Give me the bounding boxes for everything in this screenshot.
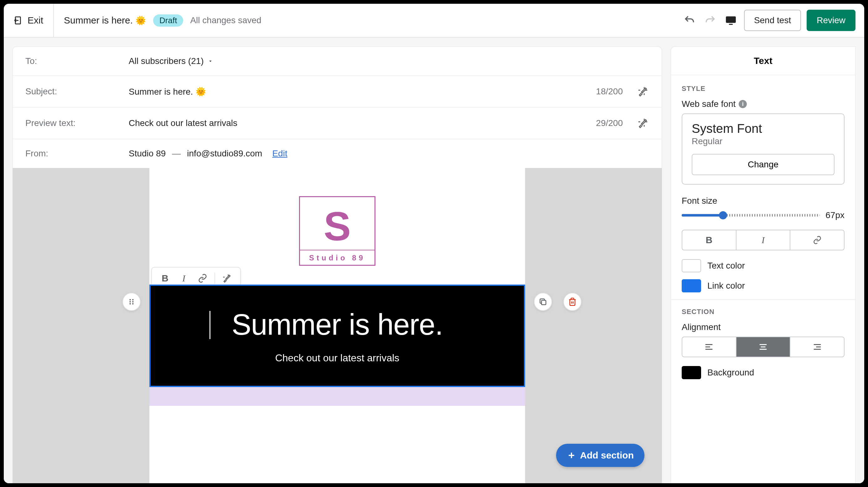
topbar: Exit Summer is here. 🌞 Draft All changes… xyxy=(4,4,864,38)
align-right-button[interactable] xyxy=(790,337,844,356)
subject-ai-button[interactable] xyxy=(637,85,649,98)
undo-button[interactable] xyxy=(682,13,697,28)
link-color-label: Link color xyxy=(707,281,745,291)
svg-point-6 xyxy=(132,301,133,303)
review-button[interactable]: Review xyxy=(807,10,856,31)
desktop-preview-button[interactable] xyxy=(723,13,738,28)
font-name: System Font xyxy=(692,122,835,136)
from-value: Studio 89 — info@studio89.com Edit xyxy=(129,148,649,159)
subject-char-count: 18/200 xyxy=(596,86,623,96)
svg-rect-9 xyxy=(541,300,546,305)
text-color-label: Text color xyxy=(707,261,745,271)
delete-button[interactable] xyxy=(563,293,582,311)
font-picker: System Font Regular Change xyxy=(682,113,844,184)
link-color-swatch[interactable] xyxy=(682,279,701,292)
bold-toggle[interactable]: B xyxy=(682,230,736,250)
add-section-button[interactable]: Add section xyxy=(556,444,644,467)
next-section-placeholder[interactable] xyxy=(149,387,525,406)
ai-magic-button[interactable] xyxy=(218,271,236,286)
send-test-button[interactable]: Send test xyxy=(744,10,801,31)
section-section-label: SECTION xyxy=(682,308,844,316)
hero-text-section[interactable]: Summer is here. Check out our latest arr… xyxy=(149,285,525,387)
drag-handle[interactable] xyxy=(122,293,141,311)
preview-ai-button[interactable] xyxy=(637,117,649,130)
svg-point-4 xyxy=(132,299,133,300)
text-style-segment: B I xyxy=(682,230,844,250)
to-label: To: xyxy=(25,56,122,66)
to-value[interactable]: All subscribers (21) xyxy=(129,56,649,66)
from-label: From: xyxy=(25,148,122,159)
text-cursor xyxy=(210,311,210,339)
link-button[interactable] xyxy=(194,271,211,286)
background-label: Background xyxy=(707,368,754,378)
fontsize-label: Font size xyxy=(682,196,844,206)
italic-button[interactable]: I xyxy=(175,271,193,286)
sidebar-title: Text xyxy=(671,47,855,75)
plus-icon xyxy=(567,451,576,460)
websafe-font-label: Web safe font i xyxy=(682,99,844,109)
subject-value[interactable]: Summer is here. 🌞 xyxy=(129,86,590,97)
style-section-label: STYLE xyxy=(682,85,844,93)
align-center-button[interactable] xyxy=(736,337,790,356)
preview-char-count: 29/200 xyxy=(596,118,623,128)
alignment-segment xyxy=(682,337,844,357)
email-canvas: S Studio 89 B I xyxy=(12,168,662,483)
doc-title: Summer is here. 🌞 xyxy=(64,15,146,26)
subject-label: Subject: xyxy=(25,86,122,96)
app-frame: Exit Summer is here. 🌞 Draft All changes… xyxy=(4,4,864,483)
preview-value[interactable]: Check out our latest arrivals xyxy=(129,118,590,128)
email-meta-card: To: All subscribers (21) Subject: Summer… xyxy=(12,47,662,168)
status-badge: Draft xyxy=(153,15,183,27)
exit-label: Exit xyxy=(28,15,43,26)
exit-icon xyxy=(14,16,23,25)
info-icon[interactable]: i xyxy=(739,100,747,108)
edit-from-link[interactable]: Edit xyxy=(272,148,287,159)
inspector-sidebar: Text STYLE Web safe font i System Font R… xyxy=(671,47,856,483)
svg-point-3 xyxy=(130,299,131,300)
fontsize-value: 67px xyxy=(826,210,844,220)
align-left-button[interactable] xyxy=(682,337,736,356)
meta-row-to: To: All subscribers (21) xyxy=(13,47,662,76)
italic-toggle[interactable]: I xyxy=(736,230,790,250)
text-color-swatch[interactable] xyxy=(682,259,701,272)
duplicate-button[interactable] xyxy=(534,293,552,311)
font-weight: Regular xyxy=(692,136,835,146)
svg-rect-1 xyxy=(726,16,736,23)
svg-rect-2 xyxy=(729,24,733,25)
logo-letter: S xyxy=(300,197,374,250)
change-font-button[interactable]: Change xyxy=(692,154,835,175)
redo-button[interactable] xyxy=(703,13,718,28)
preview-label: Preview text: xyxy=(25,118,122,128)
background-color-swatch[interactable] xyxy=(682,366,701,379)
link-toggle[interactable] xyxy=(790,230,844,250)
hero-title[interactable]: Summer is here. xyxy=(163,308,512,342)
alignment-label: Alignment xyxy=(682,322,844,332)
save-status: All changes saved xyxy=(190,16,261,25)
logo-section[interactable]: S Studio 89 xyxy=(299,168,375,285)
meta-row-subject: Subject: Summer is here. 🌞 18/200 xyxy=(13,76,662,108)
hero-subtitle[interactable]: Check out our latest arrivals xyxy=(163,352,512,364)
bold-button[interactable]: B xyxy=(156,271,174,286)
sun-emoji: 🌞 xyxy=(135,16,146,26)
svg-point-8 xyxy=(132,303,133,304)
svg-point-7 xyxy=(130,303,131,304)
logo-name: Studio 89 xyxy=(300,250,374,265)
meta-row-preview: Preview text: Check out our latest arriv… xyxy=(13,108,662,139)
caret-down-icon xyxy=(208,58,213,64)
fontsize-slider[interactable] xyxy=(682,214,820,217)
meta-row-from: From: Studio 89 — info@studio89.com Edit xyxy=(13,139,662,168)
svg-point-5 xyxy=(130,301,131,303)
exit-button[interactable]: Exit xyxy=(4,4,54,37)
